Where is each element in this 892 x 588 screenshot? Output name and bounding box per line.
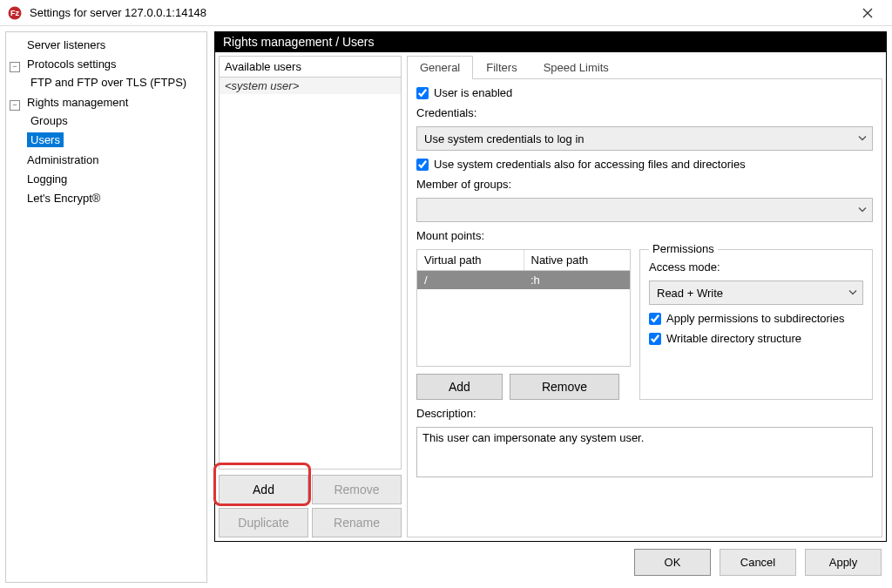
tree-administration[interactable]: Administration <box>24 152 102 167</box>
apply-subdirs-checkbox[interactable] <box>649 313 661 325</box>
mount-points-table: Virtual path Native path / :h <box>416 249 631 367</box>
app-icon: Fz <box>7 5 23 21</box>
add-user-button[interactable]: Add <box>219 475 308 504</box>
credentials-label: Credentials: <box>416 106 873 119</box>
tab-speed-limits[interactable]: Speed Limits <box>530 56 622 78</box>
cancel-button[interactable]: Cancel <box>720 549 796 576</box>
tree-groups[interactable]: Groups <box>27 113 71 128</box>
user-system[interactable]: <system user> <box>220 78 401 94</box>
available-users-header: Available users <box>219 56 402 77</box>
mount-virtual: / <box>417 271 524 289</box>
breadcrumb: Rights management / Users <box>214 31 887 52</box>
writable-structure-checkbox[interactable] <box>649 333 661 345</box>
window-title: Settings for server 127.0.0.1:14148 <box>30 6 850 19</box>
permissions-legend: Permissions <box>649 242 718 255</box>
mount-points-label: Mount points: <box>416 229 873 242</box>
access-mode-label: Access mode: <box>649 260 863 274</box>
tree-toggle-protocols[interactable]: − <box>10 62 20 72</box>
permissions-group: Permissions Access mode: Read + Write <box>639 249 873 400</box>
tree-protocols[interactable]: Protocols settings <box>24 57 120 71</box>
rename-user-button[interactable]: Rename <box>312 508 402 537</box>
duplicate-user-button[interactable]: Duplicate <box>219 508 308 537</box>
writable-structure-label: Writable directory structure <box>666 332 801 345</box>
col-native-path[interactable]: Native path <box>524 250 631 270</box>
tree-letsencrypt[interactable]: Let's Encrypt® <box>24 191 104 206</box>
tree-rights[interactable]: Rights management <box>24 95 132 110</box>
tree-toggle-rights[interactable]: − <box>10 100 20 111</box>
apply-button[interactable]: Apply <box>805 549 882 576</box>
tree-users[interactable]: Users <box>27 132 64 147</box>
member-groups-select[interactable] <box>416 198 873 222</box>
ok-button[interactable]: OK <box>634 549 711 576</box>
col-virtual-path[interactable]: Virtual path <box>417 250 524 270</box>
chevron-down-icon <box>848 287 857 300</box>
tabs: General Filters Speed Limits <box>407 56 882 79</box>
tab-general[interactable]: General <box>407 56 473 79</box>
tree-server-listeners[interactable]: Server listeners <box>24 37 109 52</box>
tab-filters[interactable]: Filters <box>473 56 530 78</box>
credentials-select[interactable]: Use system credentials to log in <box>416 126 873 151</box>
apply-subdirs-label: Apply permissions to subdirectories <box>666 312 844 325</box>
chevron-down-icon <box>858 132 867 145</box>
description-label: Description: <box>416 407 873 420</box>
chevron-down-icon <box>858 204 867 217</box>
description-textarea[interactable]: This user can impersonate any system use… <box>416 427 873 477</box>
tree-ftp[interactable]: FTP and FTP over TLS (FTPS) <box>27 75 190 90</box>
syscred-files-checkbox[interactable] <box>416 159 429 171</box>
titlebar: Fz Settings for server 127.0.0.1:14148 <box>0 0 892 26</box>
settings-tree: Server listeners −Protocols settings FTP… <box>5 31 207 583</box>
user-enabled-label: User is enabled <box>434 86 512 99</box>
available-users-list: <system user> <box>219 77 402 470</box>
mount-remove-button[interactable]: Remove <box>510 374 619 400</box>
close-button[interactable] <box>850 2 885 24</box>
mount-add-button[interactable]: Add <box>416 374 503 400</box>
syscred-files-label: Use system credentials also for accessin… <box>434 158 746 171</box>
mount-row[interactable]: / :h <box>417 271 630 289</box>
mount-native: :h <box>524 271 630 289</box>
member-groups-label: Member of groups: <box>416 178 873 191</box>
credentials-value: Use system credentials to log in <box>424 132 585 145</box>
remove-user-button[interactable]: Remove <box>312 475 402 504</box>
tree-logging[interactable]: Logging <box>24 172 71 186</box>
user-enabled-checkbox[interactable] <box>416 87 429 99</box>
access-mode-select[interactable]: Read + Write <box>649 280 863 305</box>
svg-text:Fz: Fz <box>10 9 19 17</box>
access-mode-value: Read + Write <box>657 287 723 300</box>
